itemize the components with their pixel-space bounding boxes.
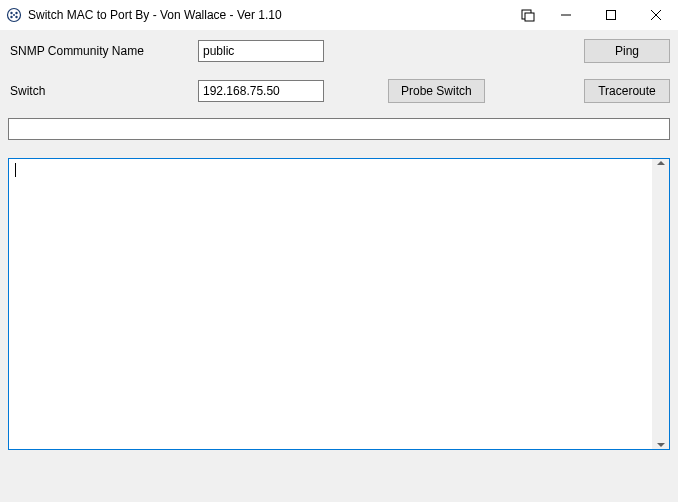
svg-point-4 [15,16,17,18]
snmp-input[interactable] [198,40,324,62]
svg-point-5 [13,14,15,16]
probe-switch-button[interactable]: Probe Switch [388,79,485,103]
switch-label: Switch [8,84,188,98]
snmp-label: SNMP Community Name [8,44,188,58]
app-icon [6,7,22,23]
window-title: Switch MAC to Port By - Von Wallace - Ve… [28,8,282,22]
output-text[interactable] [9,159,652,449]
snmp-right-cell: Ping [584,39,670,63]
scroll-up-icon[interactable] [657,161,665,165]
svg-point-3 [10,16,12,18]
traceroute-button[interactable]: Traceroute [584,79,670,103]
svg-rect-9 [606,11,615,20]
svg-point-2 [15,12,17,14]
output-scrollbar[interactable] [652,159,669,449]
switch-right-cell: Traceroute [584,79,670,103]
titlebar: Switch MAC to Port By - Von Wallace - Ve… [0,0,678,30]
close-button[interactable] [633,0,678,30]
system-menu-icon[interactable] [513,0,543,30]
switch-input[interactable] [198,80,324,102]
switch-middle-cell: Probe Switch [348,79,574,103]
client-area: SNMP Community Name Ping Switch Probe Sw… [0,30,678,502]
ping-button[interactable]: Ping [584,39,670,63]
text-caret [15,163,16,177]
scroll-down-icon[interactable] [657,443,665,447]
output-area[interactable] [8,158,670,450]
maximize-button[interactable] [588,0,633,30]
status-input[interactable] [8,118,670,140]
svg-point-1 [10,12,12,14]
svg-rect-7 [525,13,534,21]
snmp-row: SNMP Community Name Ping [8,38,670,64]
minimize-button[interactable] [543,0,588,30]
switch-row: Switch Probe Switch Traceroute [8,78,670,104]
